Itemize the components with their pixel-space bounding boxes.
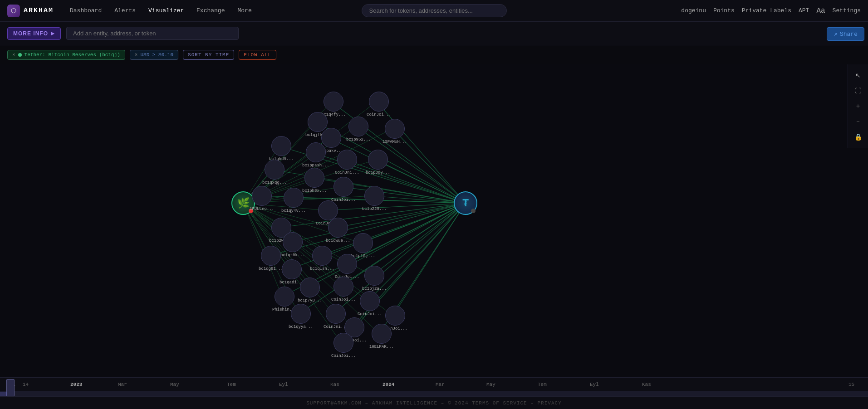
node-n31[interactable]: bc1qyya... — [289, 304, 313, 329]
usd-label: USD ≥ $0.10 — [140, 52, 173, 58]
node-n9[interactable]: CoinJni... — [335, 150, 359, 175]
nav-dashboard[interactable]: Dashboard — [64, 5, 107, 17]
timeline-bar[interactable] — [0, 391, 868, 396]
node-n14[interactable]: bc1p229... — [362, 186, 387, 211]
zoom-in-button[interactable]: ＋ — [851, 99, 865, 113]
logo-icon: ⬡ — [7, 5, 20, 17]
edges-layer — [0, 64, 868, 377]
nav-more[interactable]: More — [232, 5, 257, 17]
svg-line-33 — [326, 203, 466, 210]
timeline-label-4: May — [170, 382, 179, 387]
node-n28[interactable]: CoinJoi... — [331, 277, 356, 302]
node-n12[interactable]: bc1ph8x... — [302, 168, 327, 193]
svg-line-37 — [336, 203, 466, 228]
footer-text: SUPPORT@ARKM.COM – ARKHAM INTELLIGENCE –… — [306, 400, 561, 406]
tether-dot — [18, 53, 22, 57]
search-input[interactable] — [362, 4, 507, 17]
timeline-label-1: 14 — [23, 382, 29, 387]
flow-button[interactable]: FLOW ALL — [239, 50, 276, 60]
navbar: ⬡ ARKHAM Dashboard Alerts Visualizer Exc… — [0, 0, 868, 22]
nav-api[interactable]: API — [799, 7, 809, 14]
filters-bar: × Tether: Bitcoin Reserves (bc1qj) × USD… — [0, 45, 868, 64]
timeline-label-6: Eyl — [279, 382, 288, 387]
more-info-button[interactable]: MORE INFO ▶ — [7, 27, 61, 40]
svg-line-65 — [393, 203, 466, 316]
node-n26[interactable]: bc1pj2a... — [362, 266, 387, 291]
node-n5[interactable]: 1SPAMxH... — [383, 119, 407, 144]
timeline-label-12: Eyl — [590, 382, 599, 387]
nav-points[interactable]: Points — [713, 7, 735, 14]
tether-close-icon[interactable]: × — [12, 52, 15, 58]
node-n16[interactable]: bc1qy4v... — [281, 188, 306, 213]
timeline-progress — [0, 392, 7, 396]
search-container — [362, 4, 507, 17]
nav-links: Dashboard Alerts Visualizer Exchange Mor… — [64, 5, 257, 17]
timeline-label-7: Kas — [330, 382, 339, 387]
share-label: Share — [840, 31, 858, 38]
nav-private-labels[interactable]: Private Labels — [742, 7, 791, 14]
timeline-label-5: Tem — [227, 382, 236, 387]
logo[interactable]: ⬡ ARKHAM — [7, 5, 54, 17]
node-n7[interactable]: bc1qhd9... — [269, 136, 294, 161]
graph-canvas: 🌿 ₮ bc1q4fy... CoinJoi... bc1qjfk... bc1… — [0, 64, 868, 377]
node-n19[interactable]: bc1qwue... — [326, 218, 350, 243]
node-n20[interactable]: bc1qt0k... — [280, 232, 305, 258]
nav-visualizer[interactable]: Visualizer — [143, 5, 189, 17]
timeline-label-8: 2024 — [383, 382, 394, 387]
timeline-label-2: 2023 — [70, 382, 82, 387]
logo-text: ARKHAM — [24, 7, 54, 15]
entity-input[interactable] — [66, 27, 239, 40]
tether-label: Tether: Bitcoin Reserves (bc1qj) — [25, 52, 120, 58]
right-toolbar: ↖ ⛶ ＋ － 🔒 — [848, 64, 868, 148]
node-n13[interactable]: CoinJoi... — [331, 177, 356, 202]
footer: SUPPORT@ARKM.COM – ARKHAM INTELLIGENCE –… — [0, 396, 868, 409]
sort-button[interactable]: SORT BY TIME — [183, 50, 234, 60]
node-n24[interactable]: CoinJoi... — [335, 254, 359, 279]
usd-filter[interactable]: × USD ≥ $0.10 — [130, 50, 178, 60]
svg-line-51 — [372, 203, 466, 276]
timeline-label-3: Mar — [118, 382, 127, 387]
node-n10[interactable]: bc1p0dy... — [366, 150, 390, 175]
main-right-node[interactable]: ₮ — [454, 191, 477, 215]
timeline-labels: ski142023MarMayTemEylKas2024MarMayTemEyl… — [0, 378, 868, 391]
chevron-icon: ▶ — [51, 31, 55, 36]
nav-right: dogeinu Points Private Labels API Aa Set… — [681, 7, 861, 15]
timeline-label-11: Tem — [538, 382, 547, 387]
node-n2[interactable]: CoinJoi... — [367, 92, 391, 117]
nav-exchange[interactable]: Exchange — [191, 5, 230, 17]
tether-filter[interactable]: × Tether: Bitcoin Reserves (bc1qj) — [7, 50, 125, 60]
node-n15[interactable]: 1FULLno... — [250, 186, 274, 211]
node-n23[interactable]: bc1qlsh... — [310, 246, 334, 271]
timeline-label-10: May — [486, 382, 495, 387]
toolbar: MORE INFO ▶ ↗ Share — [0, 22, 868, 45]
timeline-label-14: 15 — [848, 382, 854, 387]
node-n8[interactable]: bc1ppssh... — [302, 142, 329, 168]
zoom-out-button[interactable]: － — [851, 114, 865, 129]
node-n30[interactable]: CoinJoi... — [358, 291, 382, 316]
lock-button[interactable]: 🔒 — [851, 130, 865, 144]
node-n27[interactable]: bc1p7y8... — [298, 278, 322, 303]
timeline-label-13: Kas — [642, 382, 651, 387]
timeline-scrubber[interactable] — [6, 379, 15, 396]
expand-tool-button[interactable]: ⛶ — [851, 83, 865, 98]
node-n11[interactable]: bc1qxqg... — [262, 160, 287, 185]
share-button[interactable]: ↗ Share — [827, 27, 864, 41]
svg-line-25 — [341, 187, 466, 203]
translate-icon[interactable]: Aa — [816, 7, 825, 15]
usd-close-icon[interactable]: × — [135, 52, 138, 58]
node-n35[interactable]: CoinJoi... — [331, 333, 356, 358]
timeline[interactable]: ski142023MarMayTemEylKas2024MarMayTemEyl… — [0, 377, 868, 396]
timeline-label-9: Mar — [436, 382, 445, 387]
cursor-tool-button[interactable]: ↖ — [851, 68, 865, 83]
node-n4[interactable]: bc1p952... — [346, 117, 371, 142]
nav-alerts[interactable]: Alerts — [109, 5, 141, 17]
nav-dogeinu[interactable]: dogeinu — [681, 7, 706, 14]
more-info-label: MORE INFO — [13, 30, 48, 37]
node-n36[interactable]: 1HELPAK... — [369, 324, 394, 349]
share-icon: ↗ — [834, 30, 837, 38]
nav-settings[interactable]: Settings — [833, 7, 861, 14]
